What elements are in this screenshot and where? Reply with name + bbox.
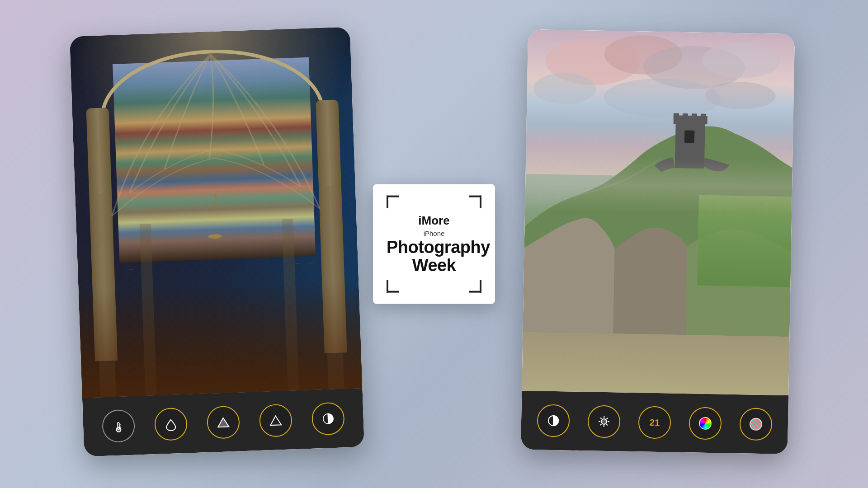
number-value-button[interactable]: 21 (638, 406, 671, 439)
right-phone-card: 21 (521, 29, 795, 454)
contrast-button[interactable] (537, 404, 570, 437)
svg-rect-20 (683, 113, 688, 118)
card-subtitle: iPhone (387, 230, 481, 238)
vignette-icon (321, 411, 335, 426)
bracket-bottom (387, 280, 481, 292)
card-title-line1: Photography (387, 238, 490, 257)
right-toolbar: 21 (521, 391, 788, 454)
right-phone-screen: 21 (521, 29, 795, 454)
vignette-button[interactable] (311, 402, 345, 435)
contrast-icon (546, 413, 561, 428)
tone-button[interactable] (739, 408, 772, 441)
svg-rect-3 (282, 219, 299, 391)
card-title: Photography Week (387, 239, 481, 275)
castle-image (522, 29, 795, 395)
imore-logo: iMore (387, 214, 481, 228)
cathedral-image (70, 27, 363, 398)
bracket-bottom-right (469, 280, 481, 292)
sharpness-button[interactable] (207, 406, 240, 439)
card-title-line2: Week (412, 256, 456, 275)
left-phone-screen (70, 27, 364, 456)
svg-line-33 (600, 424, 602, 425)
main-scene: 21 iMore iPhone Photography Week (50, 23, 818, 465)
svg-rect-0 (93, 193, 116, 397)
brightness-button[interactable] (587, 405, 620, 438)
color-wheel-icon (699, 417, 712, 430)
svg-rect-22 (701, 114, 706, 119)
color-button[interactable] (689, 407, 722, 440)
svg-rect-21 (692, 113, 697, 118)
svg-rect-2 (140, 224, 157, 396)
left-phone-card (70, 27, 364, 456)
bracket-top-left (387, 196, 399, 208)
svg-line-30 (600, 418, 602, 419)
water-drop-icon (163, 417, 178, 432)
clarity-button[interactable] (259, 404, 292, 437)
bracket-top-right (469, 196, 481, 208)
haze (525, 156, 793, 215)
center-overlay-card: iMore iPhone Photography Week (373, 184, 495, 304)
sun-icon (597, 414, 612, 429)
svg-line-31 (606, 424, 608, 426)
temperature-button[interactable] (102, 409, 135, 443)
tint-button[interactable] (154, 408, 188, 441)
triangle-icon (216, 415, 231, 430)
svg-rect-23 (684, 130, 694, 143)
svg-point-25 (601, 419, 607, 424)
svg-line-32 (607, 418, 608, 419)
bracket-bottom-left (387, 280, 399, 292)
svg-rect-1 (321, 186, 344, 389)
bracket-top (387, 196, 481, 208)
triangle-outline-icon (268, 413, 283, 428)
svg-rect-5 (118, 422, 120, 430)
thermometer-icon (111, 418, 126, 433)
number-display: 21 (650, 417, 660, 427)
svg-rect-19 (674, 113, 679, 118)
tone-icon (750, 418, 762, 431)
left-toolbar (82, 388, 364, 457)
